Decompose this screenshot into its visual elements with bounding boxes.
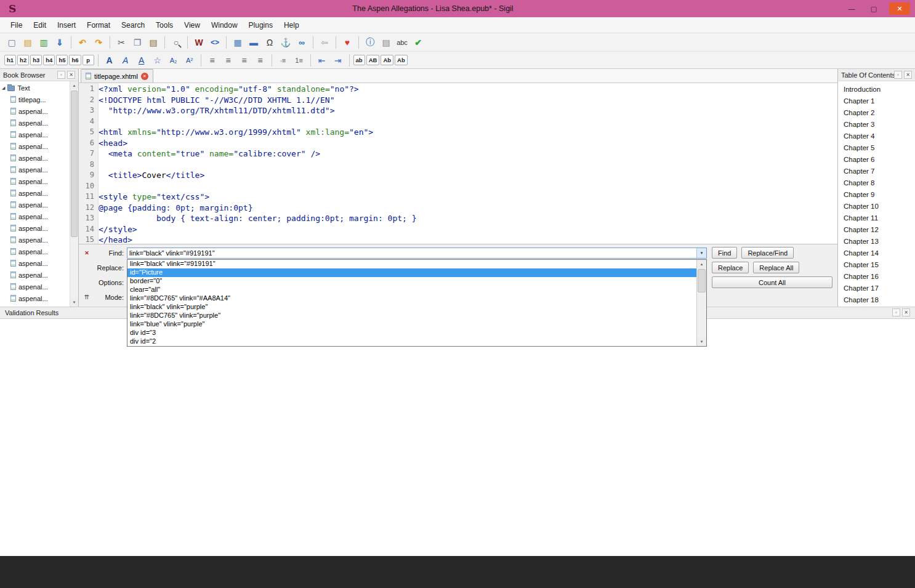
scrollbar-thumb[interactable] [71,91,78,237]
menu-item[interactable]: Window [206,19,243,31]
folder-text[interactable]: ◢ Text [0,83,70,94]
find-history-item[interactable]: border="0" [127,277,696,286]
cut-icon[interactable]: ✂ [114,35,129,50]
code-line[interactable]: 8 [79,159,837,171]
indent-increase-icon[interactable]: ⇥ [331,53,345,68]
heading-6-button[interactable]: h6 [69,55,81,65]
find-history-item[interactable]: link="black" vlink="#919191" [127,260,696,268]
scroll-down-icon[interactable]: ▼ [70,299,78,307]
menu-item[interactable]: Format [81,19,116,31]
code-editor[interactable]: 1<?xml version="1.0" encoding="utf-8" st… [79,83,837,244]
toc-item[interactable]: Chapter 13 [844,236,915,248]
tab-close-icon[interactable]: ✕ [141,73,148,80]
toc-item[interactable]: Chapter 10 [844,201,915,212]
code-line[interactable]: 4 [79,116,837,127]
panel-float-icon[interactable]: ▫ [894,71,902,79]
code-line[interactable]: 11<style type="text/css"> [79,191,837,203]
scrollbar-track[interactable] [70,89,78,299]
code-line[interactable]: 5<html xmlns="http://www.w3.org/1999/xht… [79,127,837,138]
uppercase-button[interactable]: AB [366,55,380,65]
find-history-item[interactable]: link="blue" vlink="purple" [127,320,696,329]
find-history-item[interactable]: link="#8DC765" vlink="#AA8A14" [127,294,696,303]
book-file-item[interactable]: aspenal... [0,199,70,211]
scroll-up-icon[interactable]: ▲ [697,260,706,268]
align-right-icon[interactable]: ≡ [237,53,252,68]
book-file-item[interactable]: aspenal... [0,140,70,152]
find-dropdown-arrow-icon[interactable]: ▼ [696,248,706,258]
replace-all-button[interactable]: Replace All [753,262,799,273]
toc-item[interactable]: Chapter 7 [844,166,915,177]
close-icon[interactable]: ✕ [889,2,910,15]
book-file-item[interactable]: aspenal... [0,292,70,304]
bullet-list-icon[interactable]: ∙≡ [276,53,291,68]
donate-info-icon[interactable]: ⓘ [363,35,377,50]
menu-item[interactable]: View [179,19,206,31]
code-line[interactable]: 10 [79,181,837,192]
scroll-down-icon[interactable]: ▼ [697,337,706,346]
toc-item[interactable]: Chapter 14 [844,248,915,259]
book-file-item[interactable]: aspenal... [0,117,70,129]
toc-item[interactable]: Chapter 6 [844,154,915,166]
underline-icon[interactable]: A [134,53,149,68]
back-icon[interactable]: ⇦ [317,35,332,50]
find-button[interactable]: Find [712,247,737,259]
capitalize-button[interactable]: Ab [381,55,393,65]
scrollbar-thumb[interactable] [698,269,706,292]
toc-item[interactable]: Chapter 5 [844,142,915,154]
scroll-up-icon[interactable]: ▲ [70,81,78,89]
menu-item[interactable]: Edit [28,19,52,31]
code-line[interactable]: 13 body { text-align: center; padding:0p… [79,213,837,224]
align-justify-icon[interactable]: ≡ [253,53,268,68]
code-line[interactable]: 2<!DOCTYPE html PUBLIC "-//W3C//DTD XHTM… [79,95,837,106]
find-history-item[interactable]: id="Picture [127,268,696,277]
toc-item[interactable]: Chapter 17 [844,283,915,294]
replace-find-button[interactable]: Replace/Find [741,247,794,259]
tab-titlepage[interactable]: titlepage.xhtml ✕ [81,69,153,83]
book-file-item[interactable]: titlepag... [0,94,70,105]
donate-heart-icon[interactable]: ♥ [340,35,355,50]
code-view-icon[interactable]: <> [208,35,222,50]
add-file-icon[interactable]: ▥ [36,35,51,50]
toc-item[interactable]: Chapter 18 [844,294,915,306]
titlecase-button[interactable]: Ab [395,55,408,65]
find-panel-close-icon[interactable]: ✕ [83,249,91,257]
code-line[interactable]: 14</style> [79,224,837,235]
count-all-button[interactable]: Count All [712,276,832,288]
insert-link-icon[interactable]: ∞ [294,35,309,50]
code-line[interactable]: 1<?xml version="1.0" encoding="utf-8" st… [79,84,837,95]
menu-item[interactable]: Plugins [243,19,278,31]
book-file-item[interactable]: aspenal... [0,222,70,234]
find-input-value[interactable]: link="black" vlink="#919191" [127,249,696,257]
toc-item[interactable]: Chapter 15 [844,259,915,271]
toc-item[interactable]: Chapter 2 [844,107,915,119]
toc-item[interactable]: Chapter 3 [844,119,915,131]
copy-icon[interactable]: ❐ [130,35,145,50]
find-history-item[interactable]: clear="all" [127,286,696,294]
book-file-item[interactable]: aspenal... [0,211,70,222]
panel-close-icon[interactable]: ✕ [902,308,910,316]
code-line[interactable]: 15</head> [79,235,837,244]
redo-icon[interactable]: ↷ [91,35,106,50]
dropdown-scrollbar[interactable]: ▲ ▼ [696,260,706,346]
open-file-icon[interactable]: ▤ [20,35,35,50]
code-line[interactable]: 3 "http://www.w3.org/TR/xhtml11/DTD/xhtm… [79,105,837,116]
bold-icon[interactable]: A [102,53,117,68]
expand-arrow-icon[interactable]: ◢ [2,86,5,91]
superscript-icon[interactable]: A² [182,53,197,68]
heading-1-button[interactable]: h1 [4,55,16,65]
find-history-item[interactable]: link="#8DC765" vlink="purple" [127,312,696,320]
book-file-item[interactable]: aspenal... [0,187,70,199]
heading-2-button[interactable]: h2 [17,55,29,65]
toc-item[interactable]: Chapter 8 [844,177,915,189]
italic-icon[interactable]: A [118,53,133,68]
maximize-icon[interactable]: ▢ [867,5,881,13]
lowercase-button[interactable]: ab [353,55,365,65]
book-file-item[interactable]: aspenal... [0,246,70,257]
code-line[interactable]: 6<head> [79,138,837,149]
book-file-item[interactable]: aspenal... [0,152,70,164]
toc-item[interactable]: Chapter 12 [844,224,915,236]
book-file-item[interactable]: aspenal... [0,105,70,117]
book-file-item[interactable]: aspenal... [0,269,70,281]
book-file-item[interactable]: aspenal... [0,175,70,187]
book-file-item[interactable]: aspenal... [0,257,70,269]
